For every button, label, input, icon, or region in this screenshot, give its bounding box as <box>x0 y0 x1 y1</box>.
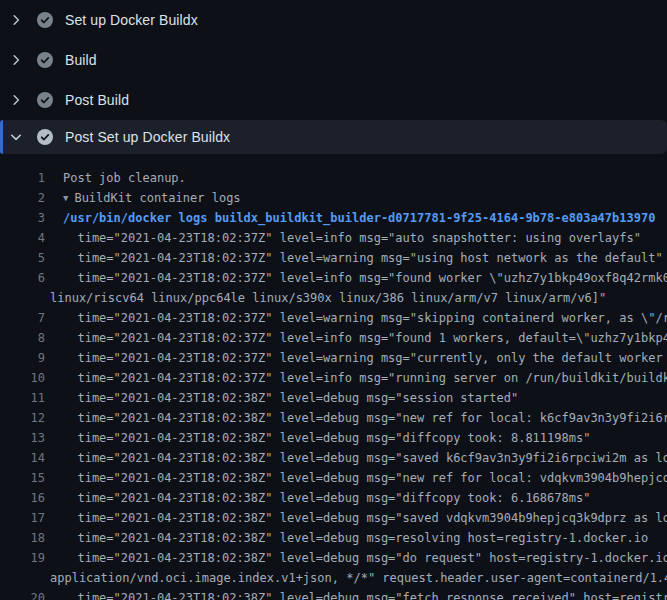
log-text: time="2021-04-23T18:02:38Z" level=debug … <box>63 508 667 528</box>
step-label: Set up Docker Buildx <box>65 12 198 28</box>
log-text: time="2021-04-23T18:02:37Z" level=info m… <box>63 268 667 288</box>
step-row-post-build[interactable]: Post Build <box>0 80 667 120</box>
check-circle-icon <box>37 129 53 145</box>
log-line-number[interactable]: 9 <box>0 348 45 368</box>
log-line: 14 time="2021-04-23T18:02:38Z" level=deb… <box>0 448 667 468</box>
log-line: 13 time="2021-04-23T18:02:38Z" level=deb… <box>0 428 667 448</box>
log-line-number[interactable]: 6 <box>0 268 45 288</box>
log-text: time="2021-04-23T18:02:37Z" level=info m… <box>63 368 667 388</box>
step-list: Set up Docker Buildx Build Post Build <box>0 0 667 154</box>
log-line-number <box>0 288 45 308</box>
step-row-post-set-up-docker-buildx[interactable]: Post Set up Docker Buildx <box>0 120 667 154</box>
log-line-number[interactable]: 12 <box>0 408 45 428</box>
log-line-number[interactable]: 15 <box>0 468 45 488</box>
log-line: 20 time="2021-04-23T18:02:38Z" level=deb… <box>0 588 667 600</box>
log-group-label: BuildKit container logs <box>74 191 240 205</box>
log-line-number[interactable]: 7 <box>0 308 45 328</box>
log-text: time="2021-04-23T18:02:38Z" level=debug … <box>63 408 667 428</box>
log-line-number[interactable]: 5 <box>0 248 45 268</box>
log-group-row-text: ▼BuildKit container logs <box>63 188 241 208</box>
check-circle-icon <box>37 92 53 108</box>
log-text: time="2021-04-23T18:02:38Z" level=debug … <box>63 548 667 568</box>
log-line-number <box>0 568 45 588</box>
chevron-right-icon <box>8 52 24 68</box>
log-line: 7 time="2021-04-23T18:02:37Z" level=warn… <box>0 308 667 328</box>
log-line: 2▼BuildKit container logs <box>0 188 667 208</box>
log-text: time="2021-04-23T18:02:38Z" level=debug … <box>63 528 648 548</box>
log-line: 8 time="2021-04-23T18:02:37Z" level=info… <box>0 328 667 348</box>
log-line: 15 time="2021-04-23T18:02:38Z" level=deb… <box>0 468 667 488</box>
log-text: Post job cleanup. <box>63 168 186 188</box>
log-line: 10 time="2021-04-23T18:02:37Z" level=inf… <box>0 368 667 388</box>
log-text: time="2021-04-23T18:02:37Z" level=warnin… <box>63 248 663 268</box>
log-line: 6 time="2021-04-23T18:02:37Z" level=info… <box>0 268 667 288</box>
log-text: linux/riscv64 linux/ppc64le linux/s390x … <box>50 288 606 308</box>
log-text: application/vnd.oci.image.index.v1+json,… <box>50 568 667 588</box>
log-line-number[interactable]: 4 <box>0 228 45 248</box>
log-line: 19 time="2021-04-23T18:02:38Z" level=deb… <box>0 548 667 568</box>
log-line: 16 time="2021-04-23T18:02:38Z" level=deb… <box>0 488 667 508</box>
log-line: linux/riscv64 linux/ppc64le linux/s390x … <box>0 288 667 308</box>
log-line: 12 time="2021-04-23T18:02:38Z" level=deb… <box>0 408 667 428</box>
chevron-down-icon <box>8 129 24 145</box>
log-line-number[interactable]: 2 <box>0 188 45 208</box>
log-line-number[interactable]: 1 <box>0 168 45 188</box>
log-text: time="2021-04-23T18:02:38Z" level=debug … <box>63 468 667 488</box>
step-label: Build <box>65 52 97 68</box>
log-line-number[interactable]: 14 <box>0 448 45 468</box>
log-line: 1Post job cleanup. <box>0 168 667 188</box>
step-label: Post Set up Docker Buildx <box>65 129 230 145</box>
log-line: application/vnd.oci.image.index.v1+json,… <box>0 568 667 588</box>
log-text: time="2021-04-23T18:02:38Z" level=debug … <box>63 488 590 508</box>
log-line: 11 time="2021-04-23T18:02:38Z" level=deb… <box>0 388 667 408</box>
log-line-number[interactable]: 3 <box>0 208 45 228</box>
log-line-number[interactable]: 20 <box>0 588 45 600</box>
log-line: 17 time="2021-04-23T18:02:38Z" level=deb… <box>0 508 667 528</box>
log-line-number[interactable]: 19 <box>0 548 45 568</box>
log-line-number[interactable]: 8 <box>0 328 45 348</box>
log-text: time="2021-04-23T18:02:37Z" level=info m… <box>63 228 641 248</box>
log-lines: 1Post job cleanup.2▼BuildKit container l… <box>0 154 667 600</box>
step-row-build[interactable]: Build <box>0 40 667 80</box>
log-text: time="2021-04-23T18:02:38Z" level=debug … <box>63 388 518 408</box>
log-line: 3/usr/bin/docker logs buildx_buildkit_bu… <box>0 208 667 228</box>
log-text: time="2021-04-23T18:02:38Z" level=debug … <box>63 588 667 600</box>
log-line-number[interactable]: 11 <box>0 388 45 408</box>
log-line-number[interactable]: 17 <box>0 508 45 528</box>
check-circle-icon <box>37 52 53 68</box>
log-line: 4 time="2021-04-23T18:02:37Z" level=info… <box>0 228 667 248</box>
log-line-number[interactable]: 18 <box>0 528 45 548</box>
log-command-text: /usr/bin/docker logs buildx_buildkit_bui… <box>63 208 655 228</box>
step-label: Post Build <box>65 92 129 108</box>
log-line: 9 time="2021-04-23T18:02:37Z" level=warn… <box>0 348 667 368</box>
log-text: time="2021-04-23T18:02:37Z" level=warnin… <box>63 308 667 328</box>
actions-log-viewer: Set up Docker Buildx Build Post Build <box>0 0 667 600</box>
log-line: 5 time="2021-04-23T18:02:37Z" level=warn… <box>0 248 667 268</box>
log-text: time="2021-04-23T18:02:38Z" level=debug … <box>63 448 667 468</box>
log-text: time="2021-04-23T18:02:37Z" level=info m… <box>63 328 667 348</box>
log-text: time="2021-04-23T18:02:37Z" level=warnin… <box>63 348 667 368</box>
chevron-right-icon <box>8 12 24 28</box>
step-row-set-up-docker-buildx[interactable]: Set up Docker Buildx <box>0 0 667 40</box>
log-line-number[interactable]: 10 <box>0 368 45 388</box>
log-text: time="2021-04-23T18:02:38Z" level=debug … <box>63 428 590 448</box>
check-circle-icon <box>37 12 53 28</box>
log-group-toggle-icon[interactable]: ▼ <box>63 188 68 208</box>
log-line: 18 time="2021-04-23T18:02:38Z" level=deb… <box>0 528 667 548</box>
chevron-right-icon <box>8 92 24 108</box>
log-line-number[interactable]: 13 <box>0 428 45 448</box>
log-line-number[interactable]: 16 <box>0 488 45 508</box>
